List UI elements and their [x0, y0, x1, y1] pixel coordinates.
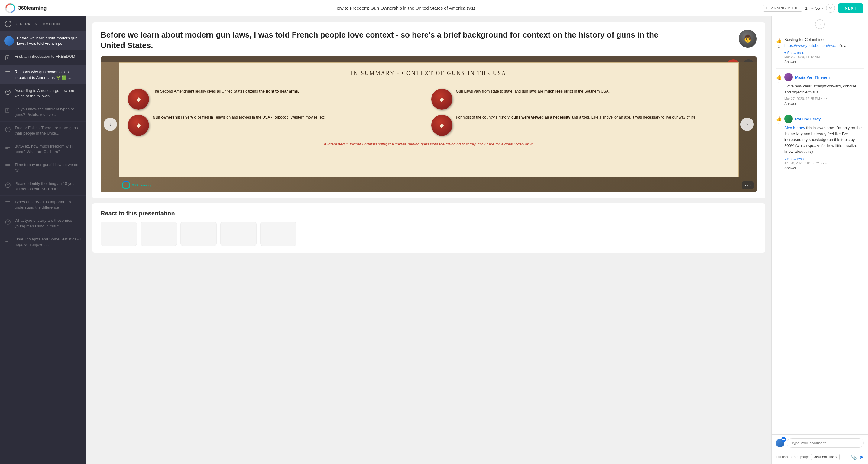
comment-like-icon-1[interactable]: 👍	[776, 38, 782, 44]
comment-like-count-2: 1	[778, 81, 780, 85]
sidebar-item-text-4: According to American gun owners, which …	[14, 88, 82, 99]
svg-text:?: ?	[7, 183, 9, 187]
text-icon-3	[4, 70, 11, 77]
sidebar-item-text-10: Types of carry - It is Important to unde…	[14, 199, 82, 210]
slide-next-button[interactable]: ›	[740, 118, 754, 131]
lesson-card: Before we learn about modern gun laws, I…	[92, 22, 765, 198]
sidebar: i GENERAL INFORMATION Before we learn ab…	[0, 16, 86, 464]
answer-button-1[interactable]: Answer	[784, 60, 796, 64]
react-btn-2[interactable]	[141, 222, 177, 246]
sidebar-item-text-5: Do you know the different types of guns?…	[14, 107, 82, 117]
right-panel: › 👍 1 Bowling for Columbine: https://www…	[771, 16, 868, 464]
doc-icon-5	[4, 107, 11, 114]
sidebar-item-3[interactable]: Reasons why gun ownership is important t…	[0, 66, 86, 84]
svg-rect-18	[5, 164, 10, 165]
comment-text-3: Alex Kinney this is awesome. I'm only on…	[784, 125, 864, 154]
comment-like-icon-3[interactable]: 👍	[776, 116, 782, 122]
svg-rect-24	[5, 203, 10, 203]
show-more-button-1[interactable]: ▾ Show more	[784, 51, 805, 55]
text-icon-8	[4, 163, 11, 170]
svg-rect-6	[5, 72, 10, 73]
slide-cell-text-3: Gun ownership is very glorified in Telev…	[153, 115, 326, 120]
svg-rect-25	[5, 204, 8, 204]
answer-button-3[interactable]: Answer	[784, 166, 796, 170]
comment-author-3: Pauline Feray	[795, 117, 821, 121]
comment-meta-3: Apr 28, 2020, 10:16 PM • • •	[784, 161, 864, 165]
comment-text-1: Bowling for Columbine: https://www.youtu…	[784, 37, 864, 49]
comment-like-count-3: 1	[778, 123, 780, 126]
svg-rect-30	[5, 241, 8, 242]
attachment-button[interactable]: 📎	[851, 454, 857, 460]
react-btn-4[interactable]	[220, 222, 256, 246]
wax-seal-3: ◆	[128, 115, 149, 136]
comment-input-area	[772, 434, 868, 451]
learning-mode-badge: LEARNING MODE	[763, 4, 802, 12]
react-btn-1[interactable]	[101, 222, 137, 246]
slide-cell-text-1: The Second Amendment legally gives all U…	[153, 89, 299, 94]
slide-inner: IN SUMMARY - CONTEXT OF GUNS IN THE USA …	[101, 62, 757, 192]
top-header: 360learning How to Freedom: Gun Ownershi…	[0, 0, 868, 16]
close-button[interactable]: ✕	[826, 4, 835, 13]
slide-cell-3: ◆ Gun ownership is very glorified in Tel…	[128, 115, 427, 136]
slide-logo-spinner	[122, 181, 130, 190]
lesson-header: Before we learn about modern gun laws, I…	[101, 30, 757, 51]
sidebar-item-6[interactable]: ? True or False - There are more guns th…	[0, 122, 86, 140]
sidebar-item-11[interactable]: ? What type of carry are these nice youn…	[0, 214, 86, 233]
next-button[interactable]: NEXT	[838, 3, 863, 13]
slide-cell-text-2: Gun Laws vary from state to state, and g…	[456, 89, 610, 94]
right-panel-toggle: ›	[772, 16, 868, 32]
svg-text:?: ?	[7, 220, 9, 224]
panel-collapse-button[interactable]: ›	[815, 19, 825, 29]
sidebar-item-12[interactable]: Final Thoughts and Some Statistics - I h…	[0, 233, 86, 251]
answer-button-2[interactable]: Answer	[784, 102, 796, 106]
sidebar-item-10[interactable]: Types of carry - It is Important to unde…	[0, 196, 86, 214]
sidebar-avatar-1	[4, 36, 14, 46]
react-title: React to this presentation	[101, 210, 757, 217]
comment-item-2: 👍 1 Maria Van Thienen I love how clear, …	[776, 69, 864, 110]
sidebar-item-9[interactable]: ? Please identify the thing an 18 year o…	[0, 177, 86, 196]
info-icon: i	[5, 21, 11, 27]
sidebar-item-1[interactable]: Before we learn about modern gun laws, I…	[0, 32, 86, 50]
svg-rect-20	[5, 167, 8, 167]
slide-heading: IN SUMMARY - CONTEXT OF GUNS IN THE USA	[128, 70, 730, 80]
comment-input-field[interactable]	[787, 438, 864, 448]
publish-label: Publish in the group:	[776, 455, 809, 459]
comment-item-3: 👍 1 Pauline Feray Alex Kinney this is aw…	[776, 110, 864, 175]
react-btn-5[interactable]	[260, 222, 297, 246]
lesson-avatar-image: 👨	[739, 30, 757, 48]
comment-like-icon-2[interactable]: 👍	[776, 74, 782, 80]
slide-italic-note: If interested in further understanding t…	[128, 141, 730, 147]
publish-group-selector[interactable]: 360Learning ▾	[811, 454, 840, 460]
show-less-button-3[interactable]: ▴ Show less	[784, 157, 804, 161]
main-layout: i GENERAL INFORMATION Before we learn ab…	[0, 16, 868, 464]
wax-seal-2: ◆	[431, 89, 453, 110]
comment-author-2: Maria Van Thienen	[795, 75, 830, 80]
slide-cell-2: ◆ Gun Laws vary from state to state, and…	[431, 89, 730, 110]
sidebar-item-2[interactable]: First, an introduction to FREEDOM	[0, 50, 86, 66]
wax-seal-1: ◆	[128, 89, 149, 110]
slide-prev-button[interactable]: ‹	[104, 118, 117, 131]
question-icon-9: ?	[4, 181, 11, 189]
sidebar-item-text-6: True or False - There are more guns than…	[14, 125, 82, 136]
sidebar-general-info: i GENERAL INFORMATION	[0, 16, 86, 32]
svg-rect-19	[5, 166, 10, 166]
react-btn-3[interactable]	[180, 222, 217, 246]
sidebar-item-4[interactable]: ? According to American gun owners, whic…	[0, 84, 86, 103]
svg-rect-29	[5, 240, 10, 240]
sidebar-item-7[interactable]: But Alex, how much freedom will I need? …	[0, 140, 86, 158]
logo-text: 360learning	[18, 5, 47, 11]
sidebar-item-text-12: Final Thoughts and Some Statistics - I h…	[14, 236, 82, 248]
react-section: React to this presentation	[92, 203, 765, 253]
comment-input-avatar	[776, 439, 784, 447]
react-buttons-row	[101, 222, 757, 246]
slide-logo-bottom: 360Learning	[122, 181, 151, 190]
sidebar-item-8[interactable]: Time to buy our guns! How do we do it?	[0, 158, 86, 177]
comment-link-1[interactable]: https://www.youtube.com/wa...	[784, 43, 837, 48]
sidebar-item-text-8: Time to buy our guns! How do we do it?	[14, 162, 82, 173]
sidebar-item-text-11: What type of carry are these nice young …	[14, 218, 82, 229]
content-area: Before we learn about modern gun laws, I…	[86, 16, 771, 464]
send-button[interactable]: ➤	[859, 454, 864, 460]
comment-avatar-3	[784, 115, 793, 123]
chat-indicator	[781, 437, 786, 442]
sidebar-item-5[interactable]: Do you know the different types of guns?…	[0, 103, 86, 121]
